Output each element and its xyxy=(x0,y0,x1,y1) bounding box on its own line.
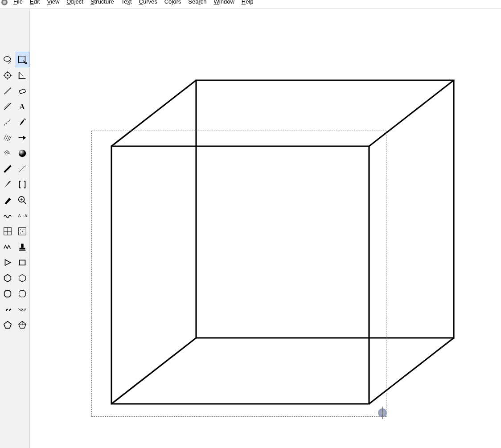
play-icon xyxy=(3,258,12,267)
svg-rect-34 xyxy=(19,260,25,265)
text-path-tool[interactable]: A→A xyxy=(15,208,29,223)
lasso-icon xyxy=(3,55,12,65)
menu-edit[interactable]: Edit xyxy=(26,0,43,5)
sphere-tool[interactable] xyxy=(15,145,29,161)
zoom-plus-tool[interactable] xyxy=(15,192,29,208)
svg-line-9 xyxy=(4,103,11,110)
dash-line-icon xyxy=(3,117,12,127)
svg-text:A: A xyxy=(19,103,25,111)
menu-window[interactable]: Window xyxy=(210,0,238,5)
hatch2-icon xyxy=(3,148,12,158)
svg-rect-8 xyxy=(19,89,26,94)
calligraphy-tool[interactable] xyxy=(15,114,29,130)
ribbon-out-icon xyxy=(17,304,27,314)
svg-rect-32 xyxy=(19,247,25,249)
hatch2-tool[interactable] xyxy=(0,145,15,161)
brackets-icon xyxy=(17,180,27,189)
hexagon-outline-tool[interactable] xyxy=(15,270,29,286)
svg-point-30 xyxy=(22,231,23,232)
menu-bar: FileEditViewObjectStructureTextCurvesCol… xyxy=(0,0,501,8)
svg-marker-36 xyxy=(19,274,25,282)
svg-line-18 xyxy=(23,201,26,204)
svg-rect-31 xyxy=(21,243,24,247)
svg-point-26 xyxy=(20,229,21,230)
svg-line-7 xyxy=(4,87,11,94)
zigzag-tool[interactable] xyxy=(0,239,15,255)
menu-view[interactable]: View xyxy=(43,0,63,5)
stroke-line-icon xyxy=(3,102,12,111)
svg-point-29 xyxy=(23,232,24,233)
pentagon-tool[interactable] xyxy=(0,317,15,333)
zigzag-icon xyxy=(3,242,12,252)
grid-tool[interactable] xyxy=(0,223,15,239)
tool-grid: AA→A xyxy=(0,52,29,333)
svg-rect-33 xyxy=(19,250,25,251)
menu-text[interactable]: Text xyxy=(118,0,136,5)
menu-help[interactable]: Help xyxy=(238,0,257,5)
oct-icon xyxy=(3,289,12,299)
menu-colors[interactable]: Colors xyxy=(161,0,185,5)
grid-icon xyxy=(3,226,12,236)
menu-file[interactable]: File xyxy=(10,0,26,5)
thin-line-tool[interactable] xyxy=(15,161,29,177)
rect-select-tool[interactable] xyxy=(15,52,29,67)
hatch-tool[interactable] xyxy=(0,130,15,145)
eraser-icon xyxy=(17,86,27,96)
angle-tool[interactable] xyxy=(15,67,29,83)
svg-line-12 xyxy=(4,119,11,125)
oct-out-icon xyxy=(17,289,27,299)
pentagon-3d-tool[interactable] xyxy=(15,317,29,333)
svg-text:A→A: A→A xyxy=(18,214,27,218)
dot-grid-tool[interactable] xyxy=(15,223,29,239)
move-target-icon xyxy=(3,70,12,80)
move-tool[interactable] xyxy=(0,67,15,83)
wave-tool[interactable] xyxy=(0,208,15,223)
rect-select-icon xyxy=(17,55,27,65)
tool-panel: AA→A xyxy=(0,9,30,448)
wave-icon xyxy=(3,211,12,221)
pent3d-icon xyxy=(17,320,27,330)
svg-point-14 xyxy=(18,149,26,157)
app-icon xyxy=(1,0,8,6)
svg-point-6 xyxy=(7,74,8,76)
octagon-tool[interactable] xyxy=(0,286,15,301)
svg-point-27 xyxy=(23,229,24,230)
eraser-tool[interactable] xyxy=(15,83,29,99)
pent-icon xyxy=(3,320,12,330)
menu-structure[interactable]: Structure xyxy=(87,0,118,5)
play-tool[interactable] xyxy=(0,255,15,270)
selection-cursor-handle[interactable] xyxy=(378,408,387,417)
thick-line-tool[interactable] xyxy=(0,161,15,177)
arrow-tool[interactable] xyxy=(15,130,29,145)
svg-marker-38 xyxy=(19,290,25,297)
menu-curves[interactable]: Curves xyxy=(136,0,161,5)
line-tool[interactable] xyxy=(0,83,15,99)
stamp-tool[interactable] xyxy=(15,239,29,255)
lasso-select-tool[interactable] xyxy=(0,52,15,67)
wedge-tool[interactable] xyxy=(0,177,15,192)
nib-icon xyxy=(3,195,12,205)
dash-line-tool[interactable] xyxy=(0,114,15,130)
thin-line-icon xyxy=(17,164,27,174)
brackets-tool[interactable] xyxy=(15,177,29,192)
ribbon-tool[interactable] xyxy=(0,301,15,317)
arrow-icon xyxy=(17,133,27,143)
hatch-icon xyxy=(3,133,12,143)
wedge-icon xyxy=(3,180,12,189)
svg-line-16 xyxy=(19,165,25,172)
menu-object[interactable]: Object xyxy=(63,0,87,5)
hexagon-tool[interactable] xyxy=(0,270,15,286)
nib-tool[interactable] xyxy=(0,192,15,208)
text-tool[interactable]: A xyxy=(15,99,29,114)
ribbon-outline-tool[interactable] xyxy=(15,301,29,317)
pen-icon xyxy=(17,117,27,127)
hex-out-icon xyxy=(17,273,27,283)
line-icon xyxy=(3,86,12,96)
octagon-outline-tool[interactable] xyxy=(15,286,29,301)
rectangle-tool[interactable] xyxy=(15,255,29,270)
stroke-line-tool[interactable] xyxy=(0,99,15,114)
svg-point-1 xyxy=(3,1,6,4)
menu-search[interactable]: Search xyxy=(185,0,210,5)
text-A-icon: A xyxy=(17,102,27,111)
canvas[interactable] xyxy=(30,9,501,448)
